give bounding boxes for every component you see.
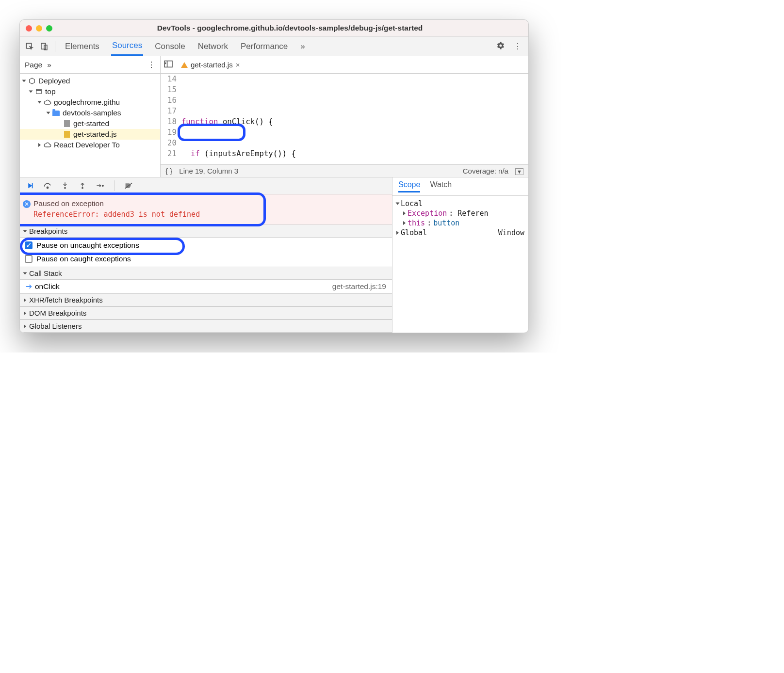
pause-caught-checkbox-row[interactable]: Pause on caught exceptions <box>20 252 392 266</box>
scope-this[interactable]: this: button <box>394 218 526 228</box>
coverage-toggle-icon[interactable]: ▼ <box>515 168 523 175</box>
editor-file-tab[interactable]: get-started.js × <box>177 59 244 71</box>
section-global-listeners[interactable]: Global Listeners <box>20 320 392 333</box>
tree-label: Deployed <box>38 77 70 85</box>
window-title: DevTools - googlechrome.github.io/devtoo… <box>57 24 523 32</box>
tree-file-html[interactable]: get-started <box>20 118 160 129</box>
section-dom-breakpoints[interactable]: DOM Breakpoints <box>20 306 392 320</box>
section-breakpoints[interactable]: Breakpoints <box>20 224 392 238</box>
file-tree: Deployed top googlechrome.githu <box>20 74 160 177</box>
frame-icon <box>34 88 43 96</box>
navigator-more-icon[interactable]: ⋮ <box>147 61 155 69</box>
tab-network[interactable]: Network <box>197 38 229 55</box>
checkbox-on-icon[interactable]: ✓ <box>25 241 33 249</box>
debugger-area: ✕ Paused on exception ReferenceError: ad… <box>20 177 528 333</box>
cloud-icon <box>43 141 51 149</box>
code-view[interactable]: 14 15 16 17 18 19 20 21 function onClick… <box>161 74 528 164</box>
file-tab-label: get-started.js <box>191 61 233 69</box>
warning-icon <box>181 62 188 68</box>
svg-point-10 <box>82 187 83 189</box>
editor-status-bar: { } Line 19, Column 3 Coverage: n/a ▼ <box>161 164 528 177</box>
caret-icon <box>396 231 399 235</box>
close-window-button[interactable] <box>26 25 32 32</box>
scope-global[interactable]: Global Window <box>394 228 526 238</box>
more-menu-icon[interactable]: ⋮ <box>510 42 525 51</box>
debugger-toolbar <box>20 177 392 194</box>
caret-icon <box>22 80 26 82</box>
inspect-element-icon[interactable] <box>23 40 36 53</box>
navigator-tab-page[interactable]: Page <box>25 61 42 69</box>
toggle-navigator-icon[interactable] <box>163 60 173 69</box>
step-into-button[interactable] <box>59 179 71 192</box>
pretty-print-icon[interactable]: { } <box>165 167 172 175</box>
current-frame-icon: ➔ <box>26 282 32 290</box>
caret-icon <box>24 324 26 328</box>
line-gutter: 14 15 16 17 18 19 20 21 <box>161 74 181 164</box>
step-out-button[interactable] <box>76 179 89 192</box>
step-over-button[interactable] <box>41 179 54 192</box>
close-tab-icon[interactable]: × <box>236 61 240 69</box>
scope-panel: Scope Watch Local Exception: Referen thi… <box>392 177 528 333</box>
settings-icon[interactable] <box>491 41 509 52</box>
zoom-window-button[interactable] <box>46 25 52 32</box>
error-badge-icon: ✕ <box>23 200 31 208</box>
sources-main: Page » ⋮ Deployed top <box>20 56 528 177</box>
divider <box>114 180 114 191</box>
section-xhr-breakpoints[interactable]: XHR/fetch Breakpoints <box>20 293 392 306</box>
tree-top[interactable]: top <box>20 86 160 97</box>
step-button[interactable] <box>94 179 106 192</box>
pause-message: ReferenceError: addend3 is not defined <box>33 210 385 219</box>
divider <box>55 41 55 52</box>
tab-scope[interactable]: Scope <box>398 180 420 192</box>
tab-sources[interactable]: Sources <box>111 37 143 56</box>
section-callstack[interactable]: Call Stack <box>20 267 392 280</box>
checkbox-label: Pause on uncaught exceptions <box>36 241 139 250</box>
tree-folder[interactable]: devtools-samples <box>20 108 160 118</box>
scope-local[interactable]: Local <box>394 199 526 208</box>
pause-banner: ✕ Paused on exception ReferenceError: ad… <box>20 194 392 224</box>
callstack-frame[interactable]: ➔onClick get-started.js:19 <box>20 280 392 293</box>
tree-domain[interactable]: googlechrome.githu <box>20 97 160 108</box>
caret-icon <box>24 311 26 315</box>
caret-icon <box>47 112 50 114</box>
svg-point-9 <box>64 187 66 189</box>
file-icon <box>64 120 70 127</box>
coverage-label: Coverage: n/a <box>463 167 508 175</box>
tab-console[interactable]: Console <box>154 38 186 55</box>
svg-point-11 <box>102 185 104 187</box>
cursor-position: Line 19, Column 3 <box>179 167 238 175</box>
svg-rect-3 <box>36 89 41 94</box>
resume-button[interactable] <box>24 179 36 192</box>
titlebar: DevTools - googlechrome.github.io/devtoo… <box>20 20 528 37</box>
caret-icon <box>24 298 26 302</box>
device-toggle-icon[interactable] <box>37 40 51 53</box>
execution-line-highlight <box>179 127 528 138</box>
tree-label: React Developer To <box>54 141 120 149</box>
tree-extension[interactable]: React Developer To <box>20 140 160 150</box>
panel-tabs: Elements Sources Console Network Perform… <box>64 37 490 56</box>
tree-label: devtools-samples <box>63 109 121 117</box>
code-lines: function onClick() { if (inputsAreEmpty(… <box>181 74 528 164</box>
scope-exception[interactable]: Exception: Referen <box>394 208 526 218</box>
tree-deployed[interactable]: Deployed <box>20 76 160 86</box>
checkbox-off-icon[interactable] <box>25 255 33 263</box>
svg-rect-7 <box>32 183 33 189</box>
navigator-panel: Page » ⋮ Deployed top <box>20 56 161 177</box>
tab-performance[interactable]: Performance <box>240 38 289 55</box>
tree-file-js[interactable]: get-started.js <box>20 129 160 140</box>
tree-label: get-started.js <box>73 130 117 139</box>
caret-icon <box>38 143 41 147</box>
tab-elements[interactable]: Elements <box>64 38 100 55</box>
tree-label: get-started <box>73 119 109 128</box>
editor-tabbar: get-started.js × <box>161 56 528 74</box>
checkbox-label: Pause on caught exceptions <box>36 255 131 263</box>
deactivate-breakpoints-button[interactable] <box>122 179 135 192</box>
navigator-tabs-overflow[interactable]: » <box>47 61 51 69</box>
caret-icon <box>403 211 406 215</box>
pause-uncaught-checkbox-row[interactable]: ✓ Pause on uncaught exceptions <box>20 239 392 252</box>
traffic-lights <box>26 25 52 32</box>
tab-watch[interactable]: Watch <box>430 180 452 192</box>
tabs-overflow[interactable]: » <box>299 38 306 55</box>
caret-icon <box>38 101 42 104</box>
minimize-window-button[interactable] <box>36 25 42 32</box>
